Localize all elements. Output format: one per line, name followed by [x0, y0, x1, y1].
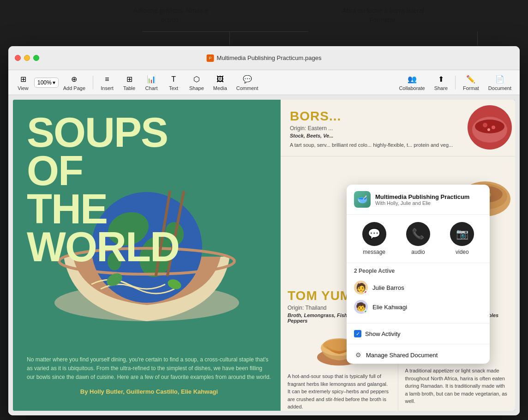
julie-status-dot [364, 290, 368, 294]
doc-left-panel: SOUPS OF THE WORLD [13, 100, 281, 411]
document-body-text: No matter where you find yourself dining… [27, 355, 271, 397]
comment-icon: 💬 [242, 74, 252, 84]
comment-button[interactable]: 💬 Comment [233, 72, 262, 93]
shape-button[interactable]: ⬡ Shape [186, 72, 208, 93]
message-icon: 💬 [362, 222, 386, 246]
borscht-origin: Origin: Eastern ... [290, 125, 460, 132]
elie-status-dot [364, 310, 368, 314]
svg-point-16 [492, 126, 495, 129]
collab-doc-info: Multimedia Publishing Practicum With Hol… [375, 193, 469, 206]
zoom-control[interactable]: 100% ▾ [34, 78, 59, 88]
active-count: 2 People Active [354, 268, 482, 274]
svg-point-15 [483, 123, 487, 127]
elie-avatar: 🧒 [354, 300, 368, 314]
shape-icon: ⬡ [192, 74, 202, 84]
window-title: P Multimedia Publishing Practicum.pages [207, 54, 322, 62]
collab-doc-title: Multimedia Publishing Practicum [375, 193, 469, 200]
text-icon: T [168, 74, 179, 84]
annotation-line-left [229, 31, 230, 45]
show-activity-label: Show Activity [365, 330, 401, 337]
message-action-button[interactable]: 💬 message [362, 222, 386, 255]
julie-avatar: 🧑 [354, 281, 368, 294]
pages-icon: P [207, 54, 214, 62]
collab-active-section: 2 People Active 🧑 Julie Barros 🧒 [347, 263, 490, 321]
application-window: P Multimedia Publishing Practicum.pages … [8, 46, 520, 415]
harira-description: A traditional appetizer or light snack m… [405, 367, 509, 405]
document-button[interactable]: 📄 Document [485, 72, 515, 93]
collab-person-2: 🧒 Elie Kahwagi [354, 297, 482, 317]
borscht-title: BORS... [290, 109, 460, 124]
left-annotation: Adicione gráficos, filmes e outros. [125, 6, 217, 24]
toolbar: ⊞ View 100% ▾ ⊕ Add Page ≡ Insert ⊞ Tabl… [8, 70, 520, 95]
toolbar-divider-2 [455, 76, 456, 90]
table-button[interactable]: ⊞ Table [119, 72, 139, 93]
elie-name: Elie Kahwagi [372, 304, 407, 311]
tom-yum-description: A hot-and-sour soup that is typically fu… [288, 372, 391, 411]
toolbar-divider-1 [93, 76, 93, 90]
table-icon: ⊞ [124, 74, 134, 84]
svg-point-17 [487, 128, 490, 131]
authors-line: By Holly Butler, Guillermo Castillo, Eli… [27, 387, 271, 397]
audio-action-button[interactable]: 📞 audio [406, 222, 430, 255]
audio-icon: 📞 [406, 222, 430, 246]
collaboration-popover: 🥣 Multimedia Publishing Practicum With H… [347, 185, 490, 364]
show-activity-checkbox[interactable]: ✓ [354, 330, 361, 337]
manage-shared-doc-item[interactable]: ⚙ Manage Shared Document [347, 346, 490, 364]
manage-doc-label: Manage Shared Document [366, 352, 438, 359]
add-page-icon: ⊕ [69, 74, 79, 84]
collab-doc-subtitle: With Holly, Julie and Elie [375, 200, 469, 206]
chart-icon: 📊 [146, 74, 156, 84]
toolbar-left-group: ⊞ View 100% ▾ ⊕ Add Page [13, 72, 89, 93]
video-action-button[interactable]: 📷 video [450, 222, 474, 255]
format-button[interactable]: ✏️ Format [459, 72, 483, 93]
collaborate-icon: 👥 [407, 74, 417, 84]
document-icon: 📄 [495, 74, 505, 84]
soups-main-title: SOUPS OF THE WORLD [27, 114, 179, 266]
titlebar: P Multimedia Publishing Practicum.pages [8, 46, 520, 70]
manage-doc-icon: ⚙ [354, 351, 362, 359]
add-page-button[interactable]: ⊕ Add Page [60, 72, 89, 93]
text-button[interactable]: T Text [163, 72, 184, 93]
julie-name: Julie Barros [372, 284, 404, 291]
svg-point-14 [475, 120, 504, 133]
video-icon: 📷 [450, 222, 474, 246]
content-area: SOUPS OF THE WORLD [8, 95, 520, 415]
document-page: SOUPS OF THE WORLD [13, 100, 515, 411]
insert-button[interactable]: ≡ Insert [97, 72, 117, 93]
format-icon: ✏️ [466, 74, 476, 84]
annotation-line-right [477, 31, 478, 45]
window-controls [8, 55, 39, 61]
collab-header: 🥣 Multimedia Publishing Practicum With H… [347, 185, 490, 215]
minimize-button[interactable] [24, 55, 30, 61]
collab-menu-divider-1 [347, 323, 490, 324]
chart-button[interactable]: 📊 Chart [141, 72, 162, 93]
view-icon: ⊞ [18, 74, 28, 84]
collab-person-1: 🧑 Julie Barros [354, 278, 482, 297]
collab-doc-icon: 🥣 [354, 191, 371, 208]
borscht-ingredients: Stock, Beets, Ve... [290, 133, 460, 138]
borscht-image [467, 104, 513, 150]
view-button[interactable]: ⊞ View [13, 72, 33, 93]
share-icon: ⬆ [436, 74, 446, 84]
collaborate-button[interactable]: 👥 Collaborate [395, 72, 428, 93]
right-annotation: Abra ou feche a barra lateral Formatar. [332, 6, 434, 24]
media-button[interactable]: 🖼 Media [210, 72, 231, 93]
collab-menu-divider-2 [347, 344, 490, 344]
borscht-description: A tart soup, serv... brilliant red colo.… [290, 141, 460, 149]
share-button[interactable]: ⬆ Share [431, 72, 451, 93]
insert-icon: ≡ [102, 74, 112, 84]
maximize-button[interactable] [33, 55, 39, 61]
annotation-bracket [142, 31, 308, 32]
media-icon: 🖼 [215, 74, 225, 84]
collab-actions: 💬 message 📞 audio 📷 video [347, 215, 490, 263]
borscht-section: BORS... Origin: Eastern ... Stock, Beets… [281, 100, 515, 156]
show-activity-item[interactable]: ✓ Show Activity [347, 325, 490, 342]
close-button[interactable] [15, 55, 21, 61]
